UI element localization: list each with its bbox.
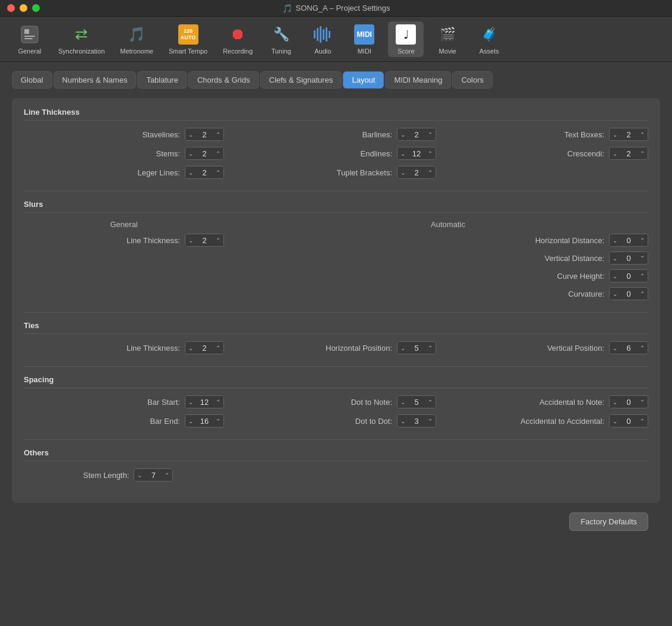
bs-decrement[interactable]: ⌄ — [185, 395, 196, 408]
toolbar-item-smart-tempo[interactable]: 120AUTO Smart Tempo — [164, 21, 212, 57]
toolbar-item-score[interactable]: ♩ Score — [388, 21, 424, 57]
be-decrement[interactable]: ⌄ — [185, 414, 196, 427]
tuplet-brackets-decrement[interactable]: ⌄ — [397, 166, 408, 179]
tab-tablature[interactable]: Tablature — [137, 71, 187, 89]
vd-decrement[interactable]: ⌄ — [610, 251, 620, 265]
toolbar-item-metronome[interactable]: 🎵 Metronome — [115, 21, 158, 57]
stavelines-stepper[interactable]: ⌄ 2 ⌃ — [185, 128, 224, 141]
toolbar-item-general[interactable]: General — [12, 21, 48, 57]
ata-decrement[interactable]: ⌄ — [610, 414, 620, 427]
toolbar-item-midi[interactable]: MIDI MIDI — [346, 21, 382, 57]
hd-increment[interactable]: ⌃ — [637, 234, 648, 247]
bs-increment[interactable]: ⌃ — [213, 395, 223, 408]
slurs-lt-decrement[interactable]: ⌄ — [185, 234, 196, 247]
stavelines-increment[interactable]: ⌃ — [213, 128, 223, 141]
dtn-increment[interactable]: ⌃ — [425, 395, 436, 408]
minimize-button[interactable] — [20, 4, 27, 12]
window-controls[interactable] — [7, 4, 40, 12]
bs-value: 12 — [196, 398, 213, 407]
sl-decrement[interactable]: ⌄ — [134, 468, 145, 482]
toolbar-item-synchronization[interactable]: ⇄ Synchronization — [53, 21, 109, 57]
slurs-lt-increment[interactable]: ⌃ — [213, 234, 223, 247]
ties-lt-increment[interactable]: ⌃ — [213, 341, 223, 354]
svg-rect-0 — [21, 26, 38, 43]
slurs-line-thickness-stepper[interactable]: ⌄ 2 ⌃ — [185, 234, 224, 247]
toolbar-item-assets[interactable]: 🧳 Assets — [471, 21, 507, 57]
text-boxes-stepper[interactable]: ⌄ 2 ⌃ — [609, 128, 648, 141]
tab-global[interactable]: Global — [12, 71, 52, 89]
tab-colors[interactable]: Colors — [452, 71, 493, 89]
curv-increment[interactable]: ⌃ — [637, 287, 648, 300]
tab-midi-meaning[interactable]: MIDI Meaning — [385, 71, 451, 89]
tab-chords-grids[interactable]: Chords & Grids — [188, 71, 259, 89]
sl-increment[interactable]: ⌃ — [162, 468, 172, 482]
hd-decrement[interactable]: ⌄ — [610, 234, 620, 247]
vertical-distance-stepper[interactable]: ⌄ 0 ⌃ — [609, 251, 648, 265]
text-boxes-increment[interactable]: ⌃ — [637, 128, 648, 141]
ties-vp-increment[interactable]: ⌃ — [637, 341, 648, 354]
ties-vp-stepper[interactable]: ⌄ 6 ⌃ — [609, 341, 648, 354]
accidental-to-note-stepper[interactable]: ⌄ 0 ⌃ — [609, 395, 648, 408]
ties-hp-increment[interactable]: ⌃ — [425, 341, 436, 354]
tuplet-brackets-increment[interactable]: ⌃ — [425, 166, 436, 179]
ties-lt-stepper[interactable]: ⌄ 2 ⌃ — [185, 341, 224, 354]
leger-lines-decrement[interactable]: ⌄ — [185, 166, 196, 179]
text-boxes-decrement[interactable]: ⌄ — [610, 128, 620, 141]
barlines-decrement[interactable]: ⌄ — [397, 128, 408, 141]
curv-decrement[interactable]: ⌄ — [610, 287, 620, 300]
crescendi-decrement[interactable]: ⌄ — [610, 147, 620, 160]
barlines-stepper[interactable]: ⌄ 2 ⌃ — [397, 128, 436, 141]
crescendi-stepper[interactable]: ⌄ 2 ⌃ — [609, 147, 648, 160]
be-increment[interactable]: ⌃ — [213, 414, 223, 427]
endlines-decrement[interactable]: ⌄ — [397, 147, 408, 160]
close-button[interactable] — [7, 4, 15, 12]
ties-vp-decrement[interactable]: ⌄ — [610, 341, 620, 354]
stems-decrement[interactable]: ⌄ — [185, 147, 196, 160]
endlines-stepper[interactable]: ⌄ 12 ⌃ — [397, 147, 436, 160]
tab-clefs-signatures[interactable]: Clefs & Signatures — [260, 71, 342, 89]
stems-stepper[interactable]: ⌄ 2 ⌃ — [185, 147, 224, 160]
toolbar-item-audio[interactable]: Audio — [305, 21, 340, 57]
ch-increment[interactable]: ⌃ — [637, 269, 648, 282]
ch-decrement[interactable]: ⌄ — [610, 269, 620, 282]
bar-end-stepper[interactable]: ⌄ 16 ⌃ — [185, 414, 224, 427]
dtd-decrement[interactable]: ⌄ — [397, 414, 408, 427]
curve-height-stepper[interactable]: ⌄ 0 ⌃ — [609, 269, 648, 282]
ties-hp-decrement[interactable]: ⌄ — [397, 341, 408, 354]
tuplet-brackets-stepper[interactable]: ⌄ 2 ⌃ — [397, 166, 436, 179]
stems-increment[interactable]: ⌃ — [213, 147, 223, 160]
vd-increment[interactable]: ⌃ — [637, 251, 648, 265]
barlines-increment[interactable]: ⌃ — [425, 128, 436, 141]
section-slurs-header: Slurs — [24, 200, 648, 213]
toolbar-item-tuning[interactable]: 🔧 Tuning — [263, 21, 299, 57]
leger-lines-increment[interactable]: ⌃ — [213, 166, 223, 179]
toolbar-item-movie[interactable]: 🎬 Movie — [430, 21, 465, 57]
leger-lines-stepper[interactable]: ⌄ 2 ⌃ — [185, 166, 224, 179]
dtd-increment[interactable]: ⌃ — [425, 414, 436, 427]
factory-defaults-button[interactable]: Factory Defaults — [569, 512, 648, 531]
ties-hp-stepper[interactable]: ⌄ 5 ⌃ — [397, 341, 436, 354]
dot-to-note-stepper[interactable]: ⌄ 5 ⌃ — [397, 395, 436, 408]
ata-increment[interactable]: ⌃ — [637, 414, 648, 427]
stavelines-decrement[interactable]: ⌄ — [185, 128, 196, 141]
horizontal-distance-stepper[interactable]: ⌄ 0 ⌃ — [609, 234, 648, 247]
dtn-decrement[interactable]: ⌄ — [397, 395, 408, 408]
ties-lt-decrement[interactable]: ⌄ — [185, 341, 196, 354]
tab-numbers-names[interactable]: Numbers & Names — [53, 71, 137, 89]
tab-layout[interactable]: Layout — [343, 71, 384, 89]
toolbar-item-recording[interactable]: ⏺ Recording — [218, 21, 257, 57]
atn-decrement[interactable]: ⌄ — [610, 395, 620, 408]
bar-start-label: Bar Start: — [147, 398, 180, 407]
dot-to-dot-stepper[interactable]: ⌄ 3 ⌃ — [397, 414, 436, 427]
tuplet-brackets-value: 2 — [408, 168, 425, 177]
atn-increment[interactable]: ⌃ — [637, 395, 648, 408]
stem-length-stepper[interactable]: ⌄ 7 ⌃ — [134, 468, 173, 482]
crescendi-increment[interactable]: ⌃ — [637, 147, 648, 160]
curvature-stepper[interactable]: ⌄ 0 ⌃ — [609, 287, 648, 300]
bar-start-stepper[interactable]: ⌄ 12 ⌃ — [185, 395, 224, 408]
maximize-button[interactable] — [32, 4, 40, 12]
endlines-increment[interactable]: ⌃ — [425, 147, 436, 160]
accidental-to-accidental-stepper[interactable]: ⌄ 0 ⌃ — [609, 414, 648, 427]
section-ties-header: Ties — [24, 321, 648, 334]
curv-value: 0 — [620, 290, 637, 298]
